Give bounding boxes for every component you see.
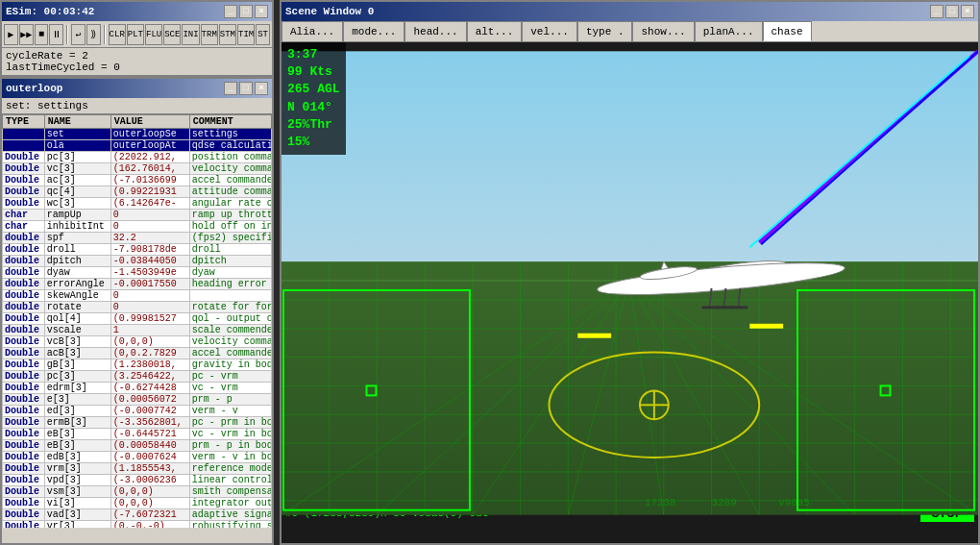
table-row[interactable]: ola outerloopAt qdse calculation <box>3 140 272 152</box>
table-row[interactable]: double droll -7.908178de droll <box>3 244 272 256</box>
scene-button[interactable]: SCE <box>163 24 181 45</box>
minimize-button[interactable]: _ <box>224 5 237 18</box>
table-row[interactable]: Double pc[3] (22022.912, position comman… <box>3 152 272 163</box>
tab-mode[interactable]: mode... <box>343 21 404 41</box>
clear-button[interactable]: CLR <box>109 24 126 45</box>
maximize-button[interactable]: □ <box>239 82 253 95</box>
tab-chase[interactable]: chase <box>763 21 812 41</box>
tab-vel[interactable]: vel... <box>522 21 577 41</box>
table-row[interactable]: double rotate 0 rotate for forwa <box>3 302 272 313</box>
stop-button[interactable]: ■ <box>35 24 49 45</box>
table-row[interactable]: Double wc[3] (6.142647e- angular rate co… <box>3 198 272 210</box>
table-row[interactable]: Double e[3] (0.00056072 prm - p <box>3 394 272 406</box>
table-row[interactable]: Double vpd[3] (-3.0006236 linear control… <box>3 475 272 486</box>
table-row[interactable]: char inhibitInt 0 hold off on inte <box>3 221 272 233</box>
table-row[interactable]: Double vrm[3] (1.1855543, reference mode… <box>3 463 272 475</box>
close-button[interactable]: × <box>961 5 974 18</box>
table-row[interactable]: Double ed[3] (-0.0007742 verm - v <box>3 406 272 417</box>
svg-line-25 <box>282 281 629 515</box>
play-play-button[interactable]: ▶▶ <box>19 24 34 45</box>
table-row[interactable]: Double vr[3] (0,-0,-0) robustifying si <box>3 521 272 529</box>
scene-titlebar: Scene Window 0 _ □ × <box>282 2 978 21</box>
time-button[interactable]: TIM <box>237 24 255 45</box>
svg-rect-0 <box>282 51 978 300</box>
maximize-button[interactable]: □ <box>945 5 959 18</box>
forward-button[interactable]: ⟫ <box>86 24 101 45</box>
tab-alia[interactable]: Alia... <box>282 21 343 41</box>
tab-head[interactable]: head... <box>404 21 466 41</box>
table-row[interactable]: double spf 32.2 (fps2) specific <box>3 233 272 244</box>
table-row[interactable]: double skewAngle 0 <box>3 290 272 302</box>
esim-info: cycleRate = 2 lastTimeCycled = 0 <box>2 48 272 76</box>
hud-time: 3:37 <box>287 46 340 63</box>
table-row[interactable]: double vscale 1 scale commended <box>3 325 272 336</box>
set-button[interactable]: STM <box>219 24 236 45</box>
table-row[interactable]: Double vc[3] (162.76014, velocity comman… <box>3 163 272 175</box>
table-row[interactable]: Double ac[3] (-7.0136699 accel commanded <box>3 175 272 186</box>
close-button[interactable]: × <box>255 82 268 95</box>
minimize-button[interactable]: _ <box>224 82 237 95</box>
svg-rect-40 <box>797 290 974 510</box>
table-row[interactable]: Double gB[3] (1.2380018, gravity in body <box>3 359 272 371</box>
table-row[interactable]: Double vcB[3] (0,0,0) velocity command <box>3 336 272 348</box>
table-row[interactable]: double errorAngle -0.00017550 heading er… <box>3 279 272 290</box>
flush-button[interactable]: FLU <box>145 24 162 45</box>
svg-rect-42 <box>881 385 891 395</box>
step-button[interactable]: ST <box>256 24 270 45</box>
separator-2 <box>104 25 106 44</box>
table-row[interactable]: double dyaw -1.4503949e dyaw <box>3 267 272 279</box>
scene-tabs: Alia... mode... head... alt... vel... ty… <box>282 21 978 42</box>
table-row[interactable]: Double vi[3] (0,0,0) integrator outpu <box>3 498 272 509</box>
table-row[interactable]: set outerloopSe settings <box>3 129 272 140</box>
scene-viewport[interactable]: 3:37 99 Kts 265 AGL N 014° 25%Thr 15% <box>282 42 978 524</box>
svg-rect-39 <box>283 290 470 510</box>
svg-line-30 <box>629 281 759 515</box>
trim-button[interactable]: TRM <box>201 24 218 45</box>
table-row[interactable]: Double edB[3] (-0.0007624 verm - v in bo… <box>3 452 272 463</box>
table-row[interactable]: char rampUp 0 ramp up throttle <box>3 210 272 221</box>
svg-line-44 <box>761 51 978 244</box>
col-type: TYPE <box>3 115 45 129</box>
table-row[interactable]: Double vsm[3] (0,0,0) smith compensato <box>3 486 272 498</box>
init-button[interactable]: INI <box>182 24 199 45</box>
table-row[interactable]: Double acB[3] (0,0.2.7829 accel commande… <box>3 348 272 359</box>
col-comment: COMMENT <box>189 115 271 129</box>
scene-window-controls[interactable]: _ □ × <box>930 5 974 18</box>
table-row[interactable]: Double edrm[3] (-0.6274428 vc - vrm <box>3 383 272 394</box>
table-row[interactable]: Double qol[4] (0.99981527 qol - output o… <box>3 313 272 325</box>
table-row[interactable]: double dpitch -0.03844050 dpitch <box>3 256 272 267</box>
esim-panel: ESim: 00:03:42 _ □ × ▶ ▶▶ ■ ⏸ ↩ ⟫ CLR PL… <box>0 0 274 77</box>
tab-show[interactable]: show... <box>632 21 694 41</box>
play-button[interactable]: ▶ <box>4 24 18 45</box>
data-table-container[interactable]: TYPE NAME VALUE COMMENT set outerloopSe … <box>2 114 272 528</box>
plot-button[interactable]: PLT <box>127 24 144 45</box>
close-button[interactable]: × <box>255 5 268 18</box>
stop-button[interactable]: STOP <box>920 505 974 522</box>
outerloop-titlebar: outerloop _ □ × <box>2 79 272 98</box>
svg-line-43 <box>759 51 978 242</box>
table-row[interactable]: Double ermB[3] (-3.3562801, pc - prm in … <box>3 417 272 429</box>
separator-1 <box>66 25 68 44</box>
svg-line-32 <box>629 281 978 515</box>
table-row[interactable]: Double eB[3] (0.00058440 prm - p in body <box>3 440 272 452</box>
table-row[interactable]: Double vad[3] (-7.6072321 adaptive signa… <box>3 509 272 521</box>
svg-line-51 <box>723 288 725 308</box>
outerloop-window-controls[interactable]: _ □ × <box>224 82 268 95</box>
table-row[interactable]: Double pc[3] (3.2546422, pc - vrm <box>3 371 272 383</box>
scene-panel: Scene Window 0 _ □ × Alia... mode... hea… <box>280 0 980 545</box>
tab-alt[interactable]: alt... <box>467 21 523 41</box>
hud-extra: 15% <box>287 134 340 151</box>
maximize-button[interactable]: □ <box>239 5 253 18</box>
svg-line-50 <box>710 288 712 308</box>
pause-button[interactable]: ⏸ <box>49 24 63 45</box>
tab-type[interactable]: type . <box>577 21 633 41</box>
table-row[interactable]: Double eB[3] (-0.6445721 vc - vrm in bod… <box>3 429 272 440</box>
tab-plana[interactable]: planA... <box>695 21 763 41</box>
rewind-button[interactable]: ↩ <box>71 24 86 45</box>
minimize-button[interactable]: _ <box>930 5 943 18</box>
esim-window-controls[interactable]: _ □ × <box>224 5 268 18</box>
last-time-cycled: lastTimeCycled = 0 <box>6 62 268 73</box>
col-name: NAME <box>44 115 110 129</box>
table-row[interactable]: Double qc[4] (0.99221931 attitude comman… <box>3 186 272 198</box>
svg-rect-1 <box>282 261 978 515</box>
